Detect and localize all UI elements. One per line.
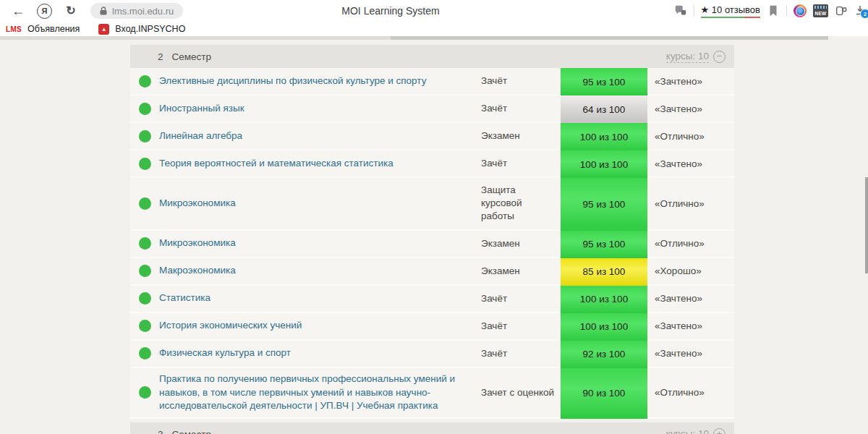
course-link[interactable]: Линейная алгебра [159, 125, 260, 148]
address-bar[interactable]: lms.moi.edu.ru [90, 3, 183, 19]
collapse-icon[interactable]: − [713, 51, 726, 63]
score-badge: 85 из 100 [561, 258, 647, 286]
semester-label: Семестр [172, 429, 212, 434]
course-row: Иностранный язык Зачёт 64 из 100 «Зачтен… [130, 95, 734, 123]
collections-tag-icon[interactable] [835, 4, 848, 17]
courses-count-link[interactable]: курсы: 10 [666, 51, 709, 63]
score-badge: 95 из 100 [561, 68, 647, 95]
course-link[interactable]: Иностранный язык [159, 98, 262, 120]
bookmark-item-inpsycho[interactable]: Вход.INPSYCHO [115, 24, 185, 34]
assessment-type: Зачёт [481, 150, 561, 176]
bookmark-icon[interactable] [767, 4, 780, 17]
grade-text: «Отлично» [647, 368, 734, 418]
assessment-type: Защита курсовой работы [481, 178, 561, 229]
grade-text: «Зачтено» [647, 95, 734, 122]
semester-number: 2 [158, 51, 163, 62]
lms-favicon: LMS [6, 25, 22, 33]
course-link[interactable]: Микроэкономика [159, 192, 253, 215]
score-badge: 100 из 100 [561, 286, 647, 313]
status-dot-icon [139, 130, 151, 142]
course-name-cell: Физическая культура и спорт [130, 341, 481, 367]
assessment-type: Зачёт [481, 286, 561, 312]
course-row: Практика по получению первичных професси… [130, 368, 734, 420]
refresh-icon[interactable]: ↻ [60, 1, 82, 21]
course-row: Статистика Зачёт 100 из 100 «Зачтено» [130, 286, 734, 313]
assessment-type: Зачет с оценкой [481, 368, 561, 418]
assessment-type: Зачёт [481, 95, 561, 122]
assessment-type: Экзамен [481, 123, 561, 149]
course-row: Линейная алгебра Экзамен 100 из 100 «Отл… [130, 123, 734, 150]
status-dot-icon [139, 103, 151, 115]
lock-icon [100, 7, 107, 15]
score-badge: 95 из 100 [561, 231, 647, 258]
course-name-cell: Линейная алгебра [130, 123, 481, 149]
status-dot-icon [139, 386, 151, 399]
grade-text: «Хорошо» [647, 258, 734, 284]
course-name-cell: Элективные дисциплины по физической куль… [130, 68, 481, 94]
course-row: Макроэкономика Экзамен 85 из 100 «Хорошо… [130, 258, 734, 286]
course-link[interactable]: История экономических учений [159, 315, 319, 337]
grade-text: «Зачтено» [647, 341, 734, 367]
grade-text: «Зачтено» [647, 286, 734, 312]
status-dot-icon [139, 197, 151, 210]
course-name-cell: Макроэкономика [130, 258, 481, 284]
status-dot-icon [139, 320, 151, 332]
assessment-type: Экзамен [481, 258, 561, 284]
url-text: lms.moi.edu.ru [112, 6, 174, 17]
grade-text: «Отлично» [647, 123, 734, 149]
course-link[interactable]: Статистика [159, 287, 228, 310]
vertical-scrollbar[interactable] [865, 177, 868, 273]
semester-label: Семестр [172, 51, 212, 62]
bookmark-item-announcements[interactable]: Объявления [27, 24, 80, 34]
protect-icon[interactable] [674, 4, 687, 17]
assessment-type: Экзамен [481, 231, 561, 257]
extension-new-icon[interactable]: NEW [813, 4, 828, 17]
course-row: Микроэкономика Экзамен 95 из 100 «Отличн… [130, 231, 734, 258]
status-dot-icon [139, 292, 151, 305]
course-name-cell: Статистика [130, 286, 481, 312]
back-icon[interactable]: ← [7, 1, 29, 21]
course-link[interactable]: Микроэкономика [159, 232, 253, 255]
assessment-type: Зачёт [481, 68, 561, 94]
reviews-rating[interactable]: ★ 10 отзывов [701, 4, 760, 18]
browser-toolbar: ← Я ↻ lms.moi.edu.ru MOI Learning System… [0, 0, 868, 22]
download-count-badge: 2 [860, 9, 868, 19]
grade-text: «Зачтено» [647, 68, 734, 94]
course-row: История экономических учений Зачёт 100 и… [130, 313, 734, 341]
course-name-cell: Практика по получению первичных професси… [130, 368, 481, 418]
assessment-type: Зачёт [481, 341, 561, 367]
status-dot-icon [139, 237, 151, 250]
semester-number: 3 [158, 429, 163, 434]
grade-text: «Зачтено» [647, 150, 734, 176]
course-link[interactable]: Практика по получению первичных професси… [159, 368, 481, 418]
assessment-type: Зачёт [481, 313, 561, 339]
status-dot-icon [139, 265, 151, 277]
download-button[interactable]: 2 [854, 4, 867, 17]
bookmarks-bar: LMS Объявления ▲ Вход.INPSYCHO [0, 22, 868, 36]
yandex-icon[interactable]: Я [37, 4, 52, 19]
next-semester-header: 3 Семестр курсы: 10 + [130, 422, 734, 434]
course-name-cell: Микроэкономика [130, 231, 481, 257]
course-name-cell: Микроэкономика [130, 178, 481, 229]
course-link[interactable]: Теория вероятностей и математическая ста… [159, 153, 411, 175]
course-link[interactable]: Физическая культура и спорт [159, 342, 308, 365]
course-name-cell: Теория вероятностей и математическая ста… [130, 150, 481, 176]
status-dot-icon [139, 347, 151, 359]
score-badge: 100 из 100 [561, 123, 647, 150]
expand-icon[interactable]: + [713, 428, 726, 434]
score-badge: 92 из 100 [561, 341, 647, 368]
new-badge-text: NEW [815, 11, 827, 16]
courses-count-link[interactable]: курсы: 10 [666, 428, 709, 434]
rating-bar [701, 17, 760, 18]
extension-lens-icon[interactable] [793, 4, 807, 17]
reviews-text: ★ 10 отзывов [701, 4, 760, 15]
course-row: Физическая культура и спорт Зачёт 92 из … [130, 341, 734, 368]
score-badge: 100 из 100 [561, 150, 647, 178]
score-badge: 100 из 100 [561, 313, 647, 341]
semester-header: 2 Семестр курсы: 10 − [130, 45, 734, 68]
course-link[interactable]: Макроэкономика [159, 260, 253, 282]
course-link[interactable]: Элективные дисциплины по физической куль… [159, 70, 443, 93]
course-name-cell: История экономических учений [130, 313, 481, 339]
score-badge: 90 из 100 [561, 368, 647, 420]
course-rows: Элективные дисциплины по физической куль… [130, 68, 734, 419]
